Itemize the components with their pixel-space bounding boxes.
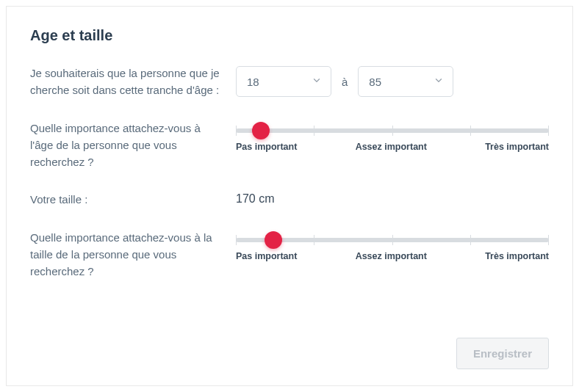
age-range-controls: 18 à 85 bbox=[236, 66, 549, 97]
age-importance-label: Quelle importance attachez-vous à l'âge … bbox=[30, 120, 236, 171]
slider-labels: Pas important Assez important Très impor… bbox=[236, 251, 549, 261]
scale-high: Très important bbox=[485, 251, 549, 261]
height-importance-label: Quelle importance attachez-vous à la tai… bbox=[30, 229, 236, 280]
scale-mid: Assez important bbox=[356, 142, 427, 152]
slider-handle[interactable] bbox=[265, 231, 282, 249]
age-max-value: 85 bbox=[369, 76, 381, 88]
chevron-down-icon bbox=[434, 76, 444, 88]
age-range-separator: à bbox=[342, 76, 348, 88]
scale-low: Pas important bbox=[236, 142, 297, 152]
chevron-down-icon bbox=[312, 76, 322, 88]
scale-high: Très important bbox=[485, 142, 549, 152]
page-title: Age et taille bbox=[30, 27, 549, 44]
age-min-value: 18 bbox=[247, 76, 259, 88]
age-importance-slider[interactable]: Pas important Assez important Très impor… bbox=[236, 128, 549, 152]
save-button[interactable]: Enregistrer bbox=[456, 338, 549, 369]
slider-ticks bbox=[236, 235, 549, 245]
age-range-row: Je souhaiterais que la personne que je c… bbox=[30, 65, 549, 99]
height-importance-slider[interactable]: Pas important Assez important Très impor… bbox=[236, 238, 549, 261]
height-label: Votre taille : bbox=[30, 191, 236, 208]
age-range-label: Je souhaiterais que la personne que je c… bbox=[30, 65, 236, 99]
slider-track bbox=[236, 238, 549, 242]
age-importance-row: Quelle importance attachez-vous à l'âge … bbox=[30, 120, 549, 171]
scale-mid: Assez important bbox=[356, 251, 427, 261]
scale-low: Pas important bbox=[236, 251, 297, 261]
age-max-select[interactable]: 85 bbox=[358, 66, 453, 97]
age-height-card: Age et taille Je souhaiterais que la per… bbox=[6, 6, 573, 386]
slider-track bbox=[236, 128, 549, 133]
footer: Enregistrer bbox=[456, 338, 549, 369]
height-value: 170 cm bbox=[236, 192, 549, 206]
age-min-select[interactable]: 18 bbox=[236, 66, 331, 97]
height-importance-row: Quelle importance attachez-vous à la tai… bbox=[30, 229, 549, 280]
slider-ticks bbox=[236, 126, 549, 136]
slider-labels: Pas important Assez important Très impor… bbox=[236, 142, 549, 152]
slider-handle[interactable] bbox=[252, 122, 270, 139]
height-row: Votre taille : 170 cm bbox=[30, 191, 549, 208]
